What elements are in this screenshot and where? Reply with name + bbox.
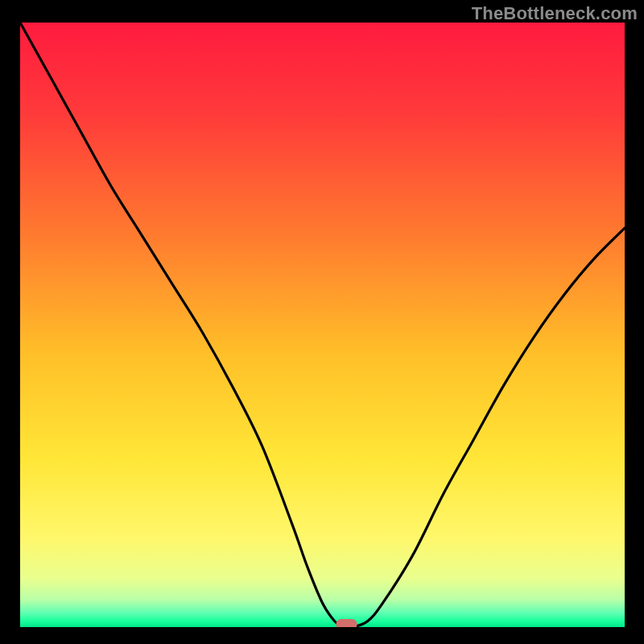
chart-container: TheBottleneck.com <box>0 0 644 644</box>
watermark-text: TheBottleneck.com <box>472 3 638 24</box>
gradient-background <box>20 23 625 627</box>
plot-frame <box>20 23 625 627</box>
optimal-marker <box>336 619 357 627</box>
bottleneck-plot <box>20 23 625 627</box>
